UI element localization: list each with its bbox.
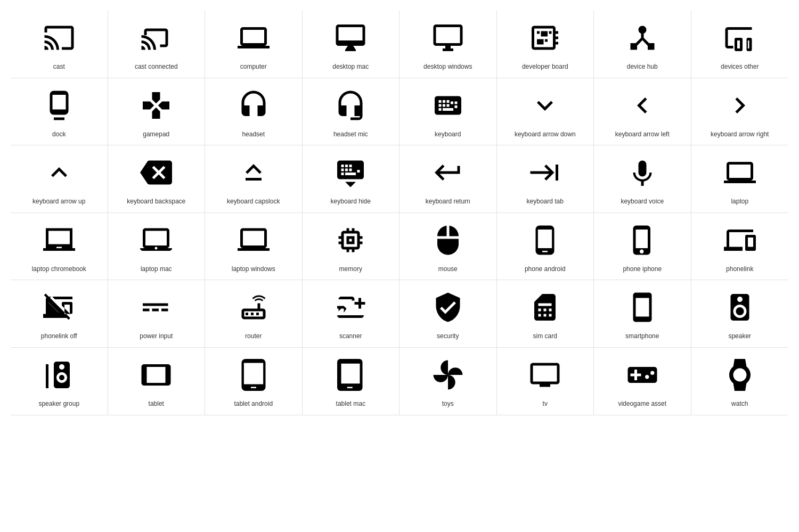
tv-label: tv [543,400,548,408]
icon-cell-tablet: tablet [108,348,206,415]
icon-cell-keyboard-tab: keyboard tab [497,145,594,213]
keyboard-arrow-down-label: keyboard arrow down [515,130,576,139]
icon-cell-speaker: speaker [691,280,789,348]
phone-android-icon [529,222,561,259]
icon-cell-router: router [205,280,303,348]
laptop-mac-label: laptop mac [141,265,172,274]
keyboard-tab-label: keyboard tab [527,198,564,206]
sim-card-icon [529,289,561,326]
cast-icon [43,19,75,56]
dock-icon [43,87,75,124]
icon-cell-keyboard-hide: keyboard hide [303,145,400,213]
icon-cell-phonelink: phonelink [691,213,789,281]
desktop-mac-label: desktop mac [332,63,369,71]
icon-cell-keyboard-arrow-right: keyboard arrow right [691,78,789,146]
speaker-group-label: speaker group [38,400,79,408]
speaker-label: speaker [728,332,751,341]
icon-cell-phone-android: phone android [497,213,594,281]
keyboard-backspace-icon [140,154,172,191]
device-hub-label: device hub [627,63,658,71]
desktop-windows-label: desktop windows [423,63,472,71]
power-input-label: power input [140,332,173,341]
tablet-mac-icon [335,356,366,394]
scanner-label: scanner [339,332,362,341]
keyboard-label: keyboard [435,130,461,139]
headset-label: headset [242,130,265,139]
memory-label: memory [339,265,362,274]
icon-cell-power-input: power input [108,280,206,348]
phone-iphone-icon [626,222,658,259]
icon-cell-desktop-mac: desktop mac [303,11,400,78]
icon-cell-keyboard-voice: keyboard voice [594,145,691,213]
phonelink-off-label: phonelink off [41,332,77,341]
headset-icon [238,87,270,124]
icon-cell-tablet-mac: tablet mac [303,348,400,415]
tablet-label: tablet [149,400,164,408]
icon-cell-keyboard-arrow-up: keyboard arrow up [11,145,108,213]
developer-board-icon [529,19,561,56]
cast-connected-icon [140,19,172,56]
icon-cell-keyboard-arrow-down: keyboard arrow down [497,78,594,146]
keyboard-arrow-up-label: keyboard arrow up [32,198,85,206]
icon-cell-keyboard-backspace: keyboard backspace [108,145,206,213]
icon-cell-memory: memory [303,213,400,281]
keyboard-tab-icon [529,154,561,191]
keyboard-arrow-left-label: keyboard arrow left [615,130,670,139]
phonelink-icon [724,222,756,259]
tablet-android-icon [238,356,270,394]
icon-cell-laptop-windows: laptop windows [205,213,303,281]
keyboard-arrow-right-label: keyboard arrow right [711,130,769,139]
speaker-group-icon [43,356,75,394]
icon-cell-keyboard-capslock: keyboard capslock [205,145,303,213]
keyboard-backspace-label: keyboard backspace [127,198,185,206]
icon-cell-gamepad: gamepad [108,78,206,146]
icon-cell-tv: tv [497,348,594,415]
icon-cell-tablet-android: tablet android [205,348,303,415]
scanner-icon [335,289,366,326]
phone-iphone-label: phone iphone [623,265,662,274]
icon-cell-mouse: mouse [399,213,497,281]
laptop-chromebook-icon [43,222,75,259]
smartphone-label: smartphone [625,332,659,341]
computer-label: computer [240,63,267,71]
tv-icon [529,356,561,394]
device-hub-icon [626,19,658,56]
icon-cell-cast-connected: cast connected [108,11,206,78]
developer-board-label: developer board [522,63,568,71]
videogame-asset-icon [626,356,658,394]
laptop-windows-icon [238,222,270,259]
mouse-label: mouse [438,265,458,274]
icon-cell-headset-mic: headset mic [303,78,400,146]
videogame-asset-label: videogame asset [618,400,666,408]
router-label: router [245,332,262,341]
icon-cell-scanner: scanner [303,280,400,348]
cast-label: cast [53,63,65,71]
icon-cell-headset: headset [205,78,303,146]
keyboard-capslock-icon [238,154,270,191]
router-icon [238,289,270,326]
gamepad-icon [140,87,172,124]
icon-cell-keyboard: keyboard [399,78,497,146]
computer-icon [238,19,270,56]
icon-cell-computer: computer [205,11,303,78]
icon-cell-laptop: laptop [691,145,789,213]
speaker-icon [724,289,756,326]
icon-cell-laptop-chromebook: laptop chromebook [11,213,108,281]
laptop-chromebook-label: laptop chromebook [32,265,86,274]
tablet-mac-label: tablet mac [336,400,365,408]
laptop-mac-icon [140,222,172,259]
security-icon [432,289,464,326]
devices-other-label: devices other [721,63,759,71]
phonelink-off-icon [43,289,75,326]
laptop-icon [724,154,756,191]
icon-cell-toys: toys [399,348,497,415]
phonelink-label: phonelink [726,265,753,274]
keyboard-return-icon [432,154,464,191]
gamepad-label: gamepad [143,130,169,139]
headset-mic-icon [335,87,366,124]
keyboard-capslock-label: keyboard capslock [227,198,280,206]
laptop-windows-label: laptop windows [232,265,275,274]
tablet-icon [140,356,172,394]
laptop-label: laptop [731,198,748,206]
power-input-icon [140,289,172,326]
